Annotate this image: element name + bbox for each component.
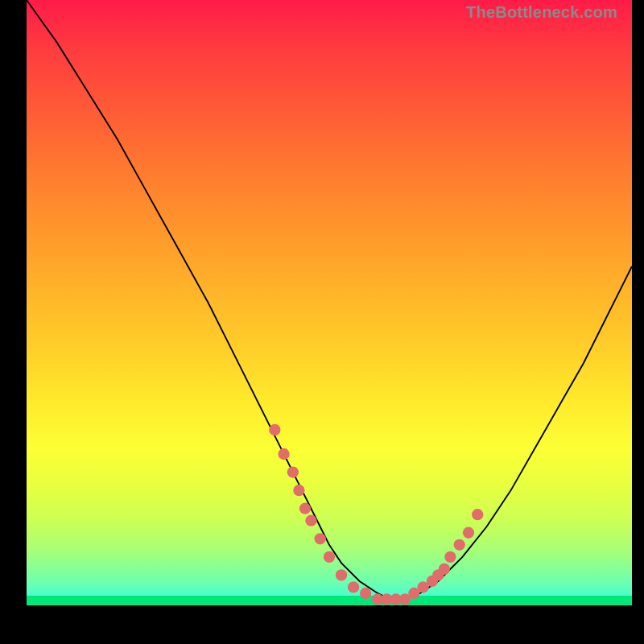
chart-frame: TheBottleneck.com — [27, 0, 632, 626]
data-point — [299, 503, 311, 514]
data-point — [287, 466, 299, 477]
watermark-text: TheBottleneck.com — [466, 3, 617, 22]
data-point — [463, 527, 474, 539]
data-point-markers — [269, 424, 483, 605]
data-point — [305, 515, 316, 526]
data-point — [269, 424, 280, 436]
data-point — [439, 564, 450, 575]
data-point — [444, 551, 456, 563]
bottleneck-curve — [27, 0, 632, 599]
data-point — [454, 539, 465, 551]
data-point — [293, 485, 304, 496]
data-point — [336, 569, 347, 580]
data-point — [278, 448, 289, 460]
data-point — [348, 581, 359, 592]
data-point — [472, 509, 483, 520]
data-point — [315, 533, 326, 544]
data-point — [360, 588, 371, 599]
chart-svg — [27, 0, 632, 605]
data-point — [324, 551, 335, 563]
